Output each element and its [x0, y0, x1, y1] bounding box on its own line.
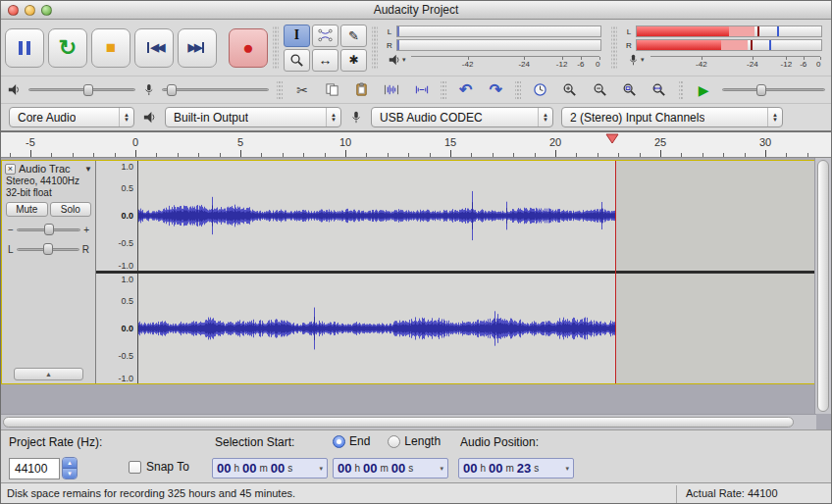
timeline-tick-label: 10: [339, 136, 351, 148]
titlebar[interactable]: Audacity Project: [1, 1, 831, 20]
stop-button[interactable]: ■: [91, 28, 130, 68]
stepper-up-icon[interactable]: ▲: [63, 458, 77, 469]
pan-slider[interactable]: [17, 242, 79, 256]
playback-device-select[interactable]: Built-in Output ▲▼: [165, 107, 341, 127]
fit-project-button[interactable]: [648, 79, 670, 101]
input-volume-slider[interactable]: [162, 83, 269, 97]
play-at-speed-button[interactable]: ▶: [692, 79, 714, 101]
recording-device-select[interactable]: USB Audio CODEC ▲▼: [371, 107, 553, 127]
project-rate-input[interactable]: 44100: [9, 458, 60, 479]
horizontal-scrollbar-thumb[interactable]: [3, 417, 794, 428]
cut-button[interactable]: ✂: [290, 79, 313, 101]
gain-thumb[interactable]: [44, 224, 54, 235]
timeline-tick: [660, 150, 661, 157]
copy-icon: [325, 82, 339, 97]
timer-button[interactable]: [529, 79, 551, 101]
timeline-tick: [303, 153, 304, 157]
zoom-tool-button[interactable]: [284, 49, 310, 72]
toolbar-grip[interactable]: [273, 25, 279, 70]
stepper-down-icon[interactable]: ▼: [63, 469, 77, 479]
audio-position-field[interactable]: 00 h 00 m 23 s ▾: [458, 458, 574, 479]
dropdown-arrow-icon[interactable]: ▾: [440, 465, 443, 473]
zoom-in-button[interactable]: [558, 79, 581, 101]
pause-button[interactable]: [5, 28, 44, 68]
dropdown-arrow-icon[interactable]: ▾: [319, 465, 323, 473]
audio-host-select[interactable]: Core Audio ▲▼: [9, 107, 134, 127]
recording-meter[interactable]: L R ▾ -42: [622, 22, 827, 74]
paste-button[interactable]: [350, 79, 373, 101]
track-close-button[interactable]: ×: [5, 164, 16, 175]
waveform-channel-left[interactable]: [138, 161, 815, 271]
silence-audio-button[interactable]: [410, 79, 433, 101]
toolbar-grip[interactable]: [372, 25, 378, 70]
redo-icon: ↷: [489, 82, 501, 98]
playback-speed-slider[interactable]: [722, 83, 825, 97]
undo-button[interactable]: ↶: [454, 79, 477, 101]
multi-tool-button[interactable]: ✱: [340, 49, 367, 72]
waveform-channel-right[interactable]: [138, 274, 815, 383]
vertical-ruler-left: 1.00.50.0-0.5-1.0: [96, 161, 138, 271]
output-volume-slider[interactable]: [28, 83, 135, 97]
pause-icon: [19, 41, 30, 55]
recording-meter-right-label: R: [625, 41, 633, 50]
draw-tool-button[interactable]: ✎: [340, 25, 367, 47]
device-toolbar: Core Audio ▲▼ Built-in Output ▲▼ USB Aud…: [1, 104, 831, 131]
trim-audio-button[interactable]: [380, 79, 402, 101]
vertical-ruler-label: -0.5: [118, 238, 133, 248]
recording-channels-select[interactable]: 2 (Stereo) Input Channels ▲▼: [561, 107, 783, 127]
record-button[interactable]: ●: [229, 28, 268, 68]
toolbar-grip[interactable]: [441, 80, 446, 100]
waveform-left-holder: [138, 161, 815, 271]
window-title: Audacity Project: [1, 3, 831, 17]
gain-slider[interactable]: [17, 223, 80, 236]
end-radio[interactable]: [333, 435, 345, 448]
redo-button[interactable]: ↷: [484, 79, 506, 101]
timeline-ruler[interactable]: -5051015202530: [1, 131, 831, 158]
snap-to-checkbox[interactable]: [129, 461, 141, 474]
silence-audio-icon: [414, 82, 430, 97]
envelope-tool-button[interactable]: [312, 25, 338, 47]
skip-to-end-button[interactable]: ▶▶: [178, 28, 217, 68]
toolbar-grip[interactable]: [611, 25, 617, 70]
vertical-scrollbar[interactable]: [814, 158, 831, 414]
toolbar-grip[interactable]: [679, 80, 685, 100]
recording-meter-footer: ▾ -42-24-12-60: [625, 53, 822, 70]
loop-play-button[interactable]: ↻: [48, 28, 87, 68]
end-radio-label: End: [349, 434, 370, 448]
dropdown-arrow-icon[interactable]: ▾: [565, 465, 569, 473]
length-radio[interactable]: [388, 435, 400, 448]
skip-to-start-icon: ◀◀: [145, 41, 164, 54]
recording-meter-left-label: L: [625, 27, 633, 36]
horizontal-scrollbar[interactable]: [1, 414, 816, 429]
output-volume-thumb[interactable]: [83, 84, 93, 96]
input-volume-thumb[interactable]: [167, 84, 177, 96]
record-icon: ●: [242, 38, 253, 57]
playback-meter-menu[interactable]: ▾: [386, 53, 411, 67]
vertical-scrollbar-thumb[interactable]: [817, 160, 829, 412]
selection-tool-button[interactable]: I: [284, 25, 310, 47]
track-menu-button[interactable]: ▼: [84, 165, 92, 174]
fit-selection-button[interactable]: [618, 79, 641, 101]
fit-selection-icon: [622, 82, 637, 97]
solo-button[interactable]: Solo: [50, 202, 92, 217]
track-collapse-button[interactable]: ▲: [14, 368, 83, 380]
project-rate-stepper[interactable]: ▲ ▼: [62, 457, 78, 479]
toolbar-grip[interactable]: [277, 80, 283, 100]
copy-button[interactable]: [321, 79, 343, 101]
playback-speed-thumb[interactable]: [756, 84, 766, 96]
popup-arrows-icon: ▲▼: [326, 108, 340, 126]
zoom-out-button[interactable]: [588, 79, 610, 101]
selection-end-field[interactable]: 00 h 00 m 00 s ▾: [333, 458, 448, 479]
recording-meter-menu[interactable]: ▾: [625, 53, 650, 67]
playback-meter[interactable]: L R ▾ -42-24-12-60: [383, 22, 606, 74]
playhead-marker[interactable]: [605, 133, 619, 144]
selection-start-field[interactable]: 00 h 00 m 00 s ▾: [212, 458, 328, 479]
timeshift-tool-button[interactable]: ↔: [312, 49, 338, 72]
toolbar-grip[interactable]: [515, 80, 521, 100]
recording-meter-right-bar: [636, 39, 822, 51]
pan-thumb[interactable]: [43, 243, 53, 255]
skip-to-start-button[interactable]: ◀◀: [134, 28, 174, 68]
timeline-tick-label: -5: [26, 136, 35, 148]
mute-button[interactable]: Mute: [6, 202, 48, 217]
status-divider: [676, 485, 677, 503]
